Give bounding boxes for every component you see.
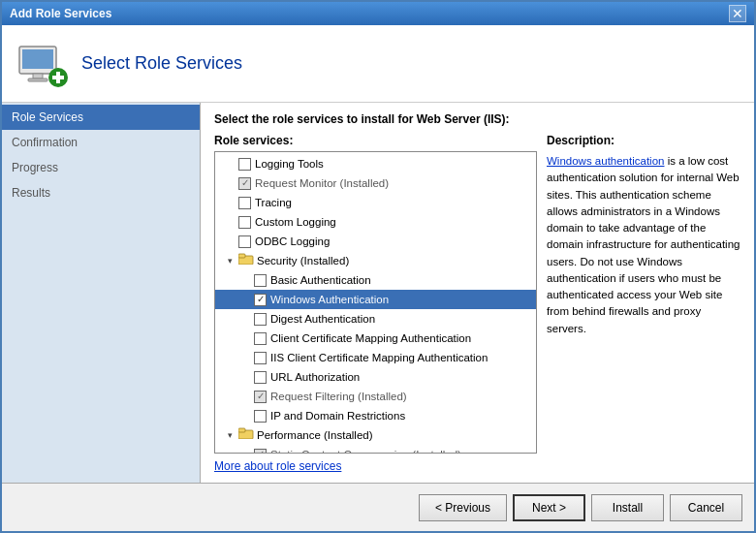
svg-rect-1: [22, 49, 53, 69]
role-services-panel: Role services: Logging Tools✓Request Mon…: [214, 134, 537, 473]
description-text: Windows authentication is a low cost aut…: [547, 153, 740, 337]
services-list[interactable]: Logging Tools✓Request Monitor (Installed…: [214, 151, 537, 454]
two-columns-layout: Role services: Logging Tools✓Request Mon…: [214, 134, 740, 473]
description-link[interactable]: Windows authentication: [547, 155, 664, 167]
item-label: Performance (Installed): [257, 426, 373, 444]
checkbox[interactable]: [238, 235, 251, 248]
content-instruction: Select the role services to install for …: [214, 112, 740, 126]
header-section: Select Role Services: [2, 25, 754, 103]
svg-rect-3: [28, 78, 47, 81]
header-title: Select Role Services: [81, 53, 242, 74]
sidebar: Role Services Confirmation Progress Resu…: [2, 103, 201, 483]
header-icon: [17, 39, 68, 89]
list-item[interactable]: ✓Request Monitor (Installed): [215, 173, 536, 193]
sidebar-item-label: Confirmation: [12, 136, 78, 149]
checkbox[interactable]: [254, 313, 267, 326]
list-item[interactable]: IP and Domain Restrictions: [215, 406, 536, 425]
svg-rect-2: [33, 74, 43, 78]
content-area: Select the role services to install for …: [201, 103, 754, 483]
sidebar-item-results[interactable]: Results: [2, 180, 200, 205]
sidebar-item-label: Results: [12, 186, 50, 200]
folder-icon: [238, 426, 254, 439]
list-item[interactable]: ▾Security (Installed): [215, 251, 536, 270]
item-label: Logging Tools: [255, 155, 324, 172]
item-label: URL Authorization: [270, 368, 360, 386]
main-content: Role Services Confirmation Progress Resu…: [2, 103, 754, 483]
checkbox[interactable]: ✓: [254, 294, 267, 306]
checkbox[interactable]: [238, 158, 251, 171]
footer: < Previous Next > Install Cancel: [2, 483, 754, 531]
checkbox[interactable]: [254, 332, 267, 345]
svg-rect-10: [238, 428, 245, 432]
list-item[interactable]: IIS Client Certificate Mapping Authentic…: [215, 348, 536, 367]
list-item[interactable]: Basic Authentication: [215, 270, 536, 290]
item-label: Windows Authentication: [270, 291, 389, 308]
sidebar-item-label: Role Services: [12, 110, 83, 124]
folder-icon: [238, 252, 254, 265]
checkbox[interactable]: [254, 352, 267, 364]
next-button[interactable]: Next >: [513, 494, 585, 521]
item-label: Request Monitor (Installed): [255, 174, 389, 192]
svg-rect-8: [238, 254, 245, 258]
expand-icon[interactable]: ▾: [223, 254, 236, 267]
item-label: IIS Client Certificate Mapping Authentic…: [270, 349, 488, 366]
item-label: Tracing: [255, 194, 292, 211]
list-item[interactable]: ✓Static Content Compression (Installed): [215, 445, 536, 454]
role-services-label: Role services:: [214, 134, 537, 147]
list-item[interactable]: Custom Logging: [215, 212, 536, 232]
expand-icon[interactable]: ▾: [223, 428, 236, 442]
list-item[interactable]: Logging Tools: [215, 154, 536, 173]
checkbox[interactable]: [238, 197, 251, 209]
folder-icon: [238, 252, 254, 269]
list-item[interactable]: Tracing: [215, 193, 536, 212]
item-label: Custom Logging: [255, 213, 336, 231]
sidebar-item-label: Progress: [12, 161, 58, 174]
item-label: Static Content Compression (Installed): [270, 446, 461, 454]
sidebar-item-confirmation[interactable]: Confirmation: [2, 130, 200, 155]
item-label: Request Filtering (Installed): [270, 388, 407, 405]
svg-rect-6: [52, 76, 64, 79]
list-item[interactable]: URL Authorization: [215, 367, 536, 387]
checkbox[interactable]: ✓: [254, 449, 267, 455]
folder-icon: [238, 426, 254, 444]
item-label: IP and Domain Restrictions: [270, 407, 405, 424]
install-button[interactable]: Install: [591, 494, 664, 521]
item-label: Security (Installed): [257, 252, 349, 269]
checkbox[interactable]: ✓: [238, 177, 251, 190]
description-body: is a low cost authentication solution fo…: [547, 155, 740, 334]
checkbox[interactable]: ✓: [254, 391, 267, 403]
server-icon: [17, 39, 68, 89]
list-item[interactable]: ODBC Logging: [215, 232, 536, 251]
item-label: ODBC Logging: [255, 233, 330, 250]
checkbox[interactable]: [254, 410, 267, 423]
previous-button[interactable]: < Previous: [419, 494, 507, 521]
list-item[interactable]: ✓Request Filtering (Installed): [215, 387, 536, 406]
more-link[interactable]: More about role services: [214, 459, 537, 473]
checkbox[interactable]: [254, 274, 267, 287]
item-label: Basic Authentication: [270, 271, 371, 289]
main-window: Add Role Services ✕ Select Role Services: [0, 0, 756, 533]
window-title: Add Role Services: [10, 7, 111, 20]
checkbox[interactable]: [238, 216, 251, 229]
list-item[interactable]: Digest Authentication: [215, 309, 536, 329]
list-item[interactable]: Client Certificate Mapping Authenticatio…: [215, 329, 536, 348]
list-item[interactable]: ▾Performance (Installed): [215, 425, 536, 445]
list-item[interactable]: ✓Windows Authentication: [215, 290, 536, 309]
cancel-button[interactable]: Cancel: [670, 494, 742, 521]
close-button[interactable]: ✕: [729, 5, 746, 22]
item-label: Client Certificate Mapping Authenticatio…: [270, 329, 471, 347]
checkbox[interactable]: [254, 371, 267, 384]
item-label: Digest Authentication: [270, 310, 375, 328]
sidebar-item-role-services[interactable]: Role Services: [2, 105, 200, 130]
sidebar-item-progress[interactable]: Progress: [2, 155, 200, 180]
description-panel: Description: Windows authentication is a…: [547, 134, 740, 473]
title-bar: Add Role Services ✕: [2, 2, 754, 25]
description-label: Description:: [547, 134, 740, 147]
